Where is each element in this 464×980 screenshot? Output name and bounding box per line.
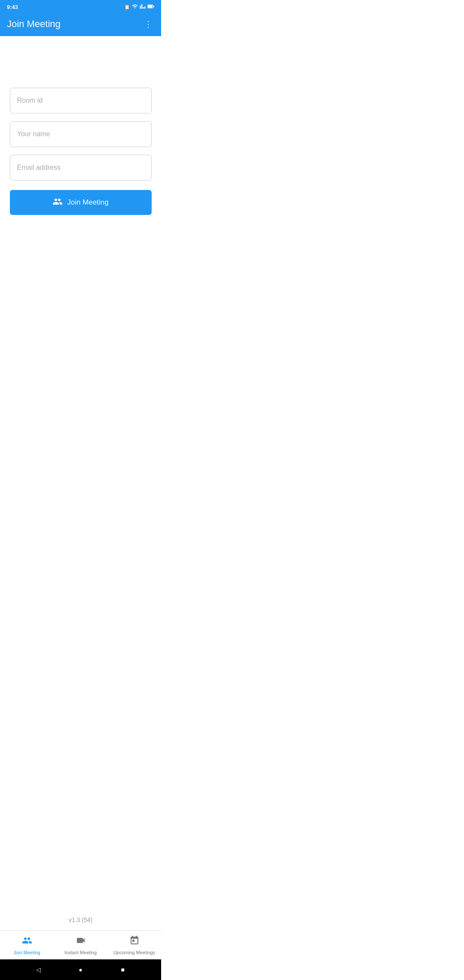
svg-rect-2 bbox=[153, 6, 154, 7]
join-meeting-button[interactable]: Join Meeting bbox=[10, 190, 152, 215]
upcoming-meetings-nav-icon bbox=[129, 935, 140, 948]
tab-instant-meeting-label: Instant Meeting bbox=[64, 950, 97, 955]
join-meeting-icon bbox=[52, 196, 63, 209]
system-nav-bar: ◁ ● ■ bbox=[0, 959, 161, 980]
room-id-input[interactable] bbox=[10, 88, 152, 113]
status-bar: 9:43 📋 bbox=[0, 0, 161, 12]
more-options-button[interactable]: ⋮ bbox=[142, 17, 154, 31]
main-content: Join Meeting v1.3 (54) bbox=[0, 36, 161, 930]
email-input[interactable] bbox=[10, 155, 152, 181]
your-name-input[interactable] bbox=[10, 121, 152, 147]
tab-join-meeting-label: Join Meeting bbox=[13, 950, 40, 955]
signal-icon bbox=[140, 3, 146, 10]
battery-icon bbox=[147, 4, 154, 10]
clipboard-icon: 📋 bbox=[124, 4, 130, 10]
wifi-icon bbox=[132, 3, 138, 10]
join-meeting-button-label: Join Meeting bbox=[67, 198, 108, 207]
back-button[interactable]: ◁ bbox=[34, 965, 43, 974]
version-text: v1.3 (54) bbox=[69, 916, 92, 930]
status-icons: 📋 bbox=[124, 3, 154, 10]
tab-join-meeting[interactable]: Join Meeting bbox=[0, 931, 54, 959]
tab-upcoming-meetings-label: Upcoming Meetings bbox=[113, 950, 155, 955]
svg-rect-1 bbox=[148, 5, 153, 8]
tab-upcoming-meetings[interactable]: Upcoming Meetings bbox=[107, 931, 161, 959]
status-time: 9:43 bbox=[7, 4, 18, 10]
tab-instant-meeting[interactable]: Instant Meeting bbox=[54, 931, 107, 959]
join-meeting-nav-icon bbox=[22, 935, 32, 948]
app-bar: Join Meeting ⋮ bbox=[0, 12, 161, 36]
app-bar-title: Join Meeting bbox=[7, 18, 61, 30]
home-button[interactable]: ● bbox=[76, 965, 85, 974]
recents-button[interactable]: ■ bbox=[118, 965, 128, 974]
bottom-nav: Join Meeting Instant Meeting Upcoming Me… bbox=[0, 930, 161, 959]
instant-meeting-nav-icon bbox=[76, 935, 86, 948]
